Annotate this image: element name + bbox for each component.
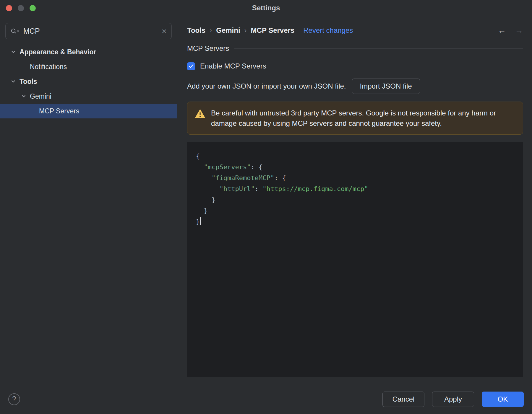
settings-window: { "colors": { "bg": "#2b2d30", "border":… xyxy=(0,0,532,414)
warning-icon xyxy=(195,109,205,119)
breadcrumb-separator: › xyxy=(210,26,212,35)
minimize-button[interactable] xyxy=(18,5,24,11)
main-area: × Appearance & Behavior Notifications To… xyxy=(0,16,532,384)
apply-button[interactable]: Apply xyxy=(432,392,474,407)
enable-mcp-row: Enable MCP Servers xyxy=(187,62,523,70)
sidebar-item-label: MCP Servers xyxy=(39,107,79,115)
cancel-button[interactable]: Cancel xyxy=(382,392,424,407)
close-button[interactable] xyxy=(6,5,12,11)
forward-arrow-icon[interactable]: → xyxy=(515,26,523,35)
sidebar-item-appearance-behavior[interactable]: Appearance & Behavior xyxy=(0,45,177,59)
chevron-down-icon[interactable] xyxy=(10,78,17,85)
json-editor-code: { "mcpServers": { "figmaRemoteMCP": { "h… xyxy=(196,151,514,227)
chevron-down-icon[interactable] xyxy=(20,93,27,100)
breadcrumb-gemini[interactable]: Gemini xyxy=(216,26,240,35)
sidebar-item-gemini[interactable]: Gemini xyxy=(0,89,177,104)
enable-mcp-label: Enable MCP Servers xyxy=(200,62,266,70)
search-input[interactable] xyxy=(23,27,158,35)
history-nav: ← → xyxy=(498,26,523,35)
import-instruction: Add your own JSON or import your own JSO… xyxy=(187,82,346,90)
search-icon[interactable] xyxy=(10,27,20,35)
page-title: MCP Servers xyxy=(187,44,229,53)
sidebar-item-label: Notifications xyxy=(30,63,67,71)
breadcrumb: Tools › Gemini › MCP Servers Revert chan… xyxy=(187,24,523,37)
sidebar-item-notifications[interactable]: Notifications xyxy=(0,59,177,74)
sidebar-item-tools[interactable]: Tools xyxy=(0,74,177,89)
sidebar: × Appearance & Behavior Notifications To… xyxy=(0,16,177,384)
search-box: × xyxy=(5,23,172,39)
revert-changes-link[interactable]: Revert changes xyxy=(303,26,353,35)
window-title: Settings xyxy=(252,4,280,12)
json-editor[interactable]: { "mcpServers": { "figmaRemoteMCP": { "h… xyxy=(187,142,523,377)
footer: ? Cancel Apply OK xyxy=(0,384,532,414)
zoom-button[interactable] xyxy=(30,5,36,11)
text-cursor xyxy=(200,217,201,225)
help-button[interactable]: ? xyxy=(8,393,20,405)
enable-mcp-checkbox[interactable] xyxy=(187,62,195,70)
warning-text: Be careful with untrusted 3rd party MCP … xyxy=(211,108,515,128)
titlebar: Settings xyxy=(0,0,532,16)
breadcrumb-tools[interactable]: Tools xyxy=(187,26,205,35)
warning-banner: Be careful with untrusted 3rd party MCP … xyxy=(187,102,523,135)
import-json-button[interactable]: Import JSON file xyxy=(352,79,420,94)
sidebar-item-label: Gemini xyxy=(30,92,51,100)
sidebar-item-mcp-servers[interactable]: MCP Servers xyxy=(0,104,177,118)
footer-buttons: Cancel Apply OK xyxy=(382,392,524,407)
settings-tree: Appearance & Behavior Notifications Tool… xyxy=(0,45,177,118)
content-panel: Tools › Gemini › MCP Servers Revert chan… xyxy=(177,16,532,384)
breadcrumb-mcp-servers[interactable]: MCP Servers xyxy=(251,26,295,35)
clear-search-icon[interactable]: × xyxy=(161,27,167,36)
section-header: MCP Servers xyxy=(187,44,523,53)
import-row: Add your own JSON or import your own JSO… xyxy=(187,79,523,94)
breadcrumb-separator: › xyxy=(244,26,247,35)
sidebar-item-label: Appearance & Behavior xyxy=(20,48,96,56)
back-arrow-icon[interactable]: ← xyxy=(498,26,506,35)
chevron-down-icon[interactable] xyxy=(10,49,17,55)
ok-button[interactable]: OK xyxy=(482,392,524,407)
section-divider xyxy=(234,48,523,49)
traffic-lights xyxy=(6,0,36,16)
sidebar-item-label: Tools xyxy=(20,78,37,86)
